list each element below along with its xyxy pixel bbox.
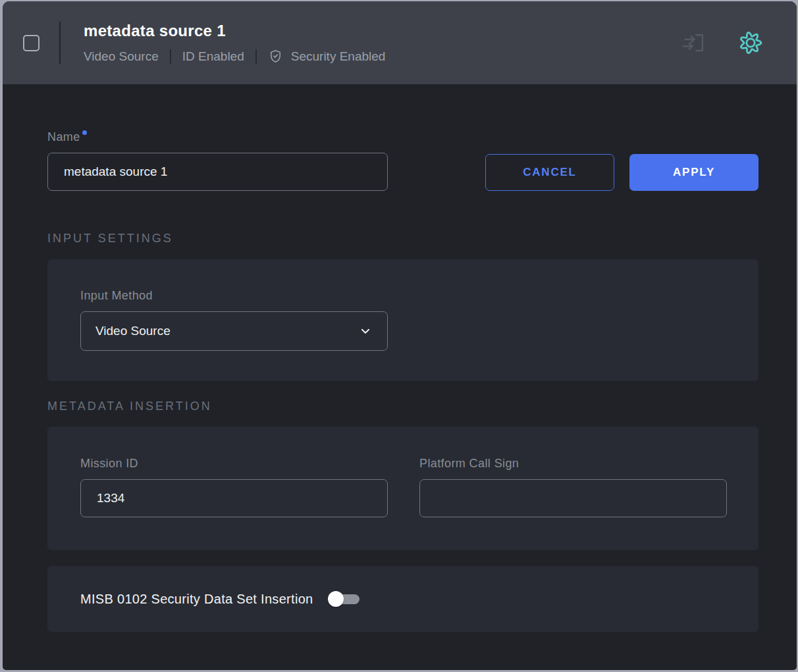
metadata-insertion-card: Mission ID Platform Call Sign	[47, 426, 758, 550]
name-input[interactable]	[47, 153, 388, 191]
metadata-source-panel: metadata source 1 Video Source ID Enable…	[3, 1, 797, 670]
badge-security-enabled: Security Enabled	[291, 49, 386, 64]
platform-call-sign-field: Platform Call Sign	[419, 457, 727, 550]
name-field-label-row: Name	[47, 130, 758, 144]
platform-call-sign-input[interactable]	[419, 479, 727, 517]
input-settings-heading: INPUT SETTINGS	[47, 232, 758, 246]
name-row: CANCEL APPLY	[47, 144, 758, 191]
badge-id-enabled: ID Enabled	[182, 49, 244, 64]
header-divider	[59, 22, 61, 64]
mission-id-label: Mission ID	[80, 457, 388, 471]
input-method-label: Input Method	[80, 289, 758, 303]
badge-separator	[170, 49, 171, 64]
badge-separator	[255, 49, 257, 64]
panel-body: Name CANCEL APPLY INPUT SETTINGS Input M…	[3, 84, 797, 632]
title-block: metadata source 1 Video Source ID Enable…	[84, 22, 385, 64]
select-checkbox[interactable]	[23, 35, 40, 51]
required-dot	[82, 130, 87, 135]
misb-toggle[interactable]	[328, 590, 359, 607]
name-label: Name	[47, 130, 80, 143]
input-settings-card: Input Method Video Source	[47, 259, 758, 381]
chevron-down-icon	[358, 324, 373, 338]
platform-call-sign-label: Platform Call Sign	[419, 457, 727, 471]
form-buttons: CANCEL APPLY	[485, 154, 758, 191]
cancel-button[interactable]: CANCEL	[485, 154, 614, 191]
misb-card: MISB 0102 Security Data Set Insertion	[47, 566, 758, 632]
panel-header: metadata source 1 Video Source ID Enable…	[3, 1, 797, 84]
apply-button[interactable]: APPLY	[629, 154, 758, 191]
input-method-value: Video Source	[95, 324, 171, 338]
gear-icon[interactable]	[737, 30, 764, 56]
page-title: metadata source 1	[84, 22, 385, 40]
mission-id-input[interactable]	[80, 479, 388, 517]
metadata-insertion-heading: METADATA INSERTION	[47, 400, 758, 413]
input-method-select[interactable]: Video Source	[80, 311, 388, 351]
shield-check-icon	[268, 49, 283, 64]
status-badges: Video Source ID Enabled Security Enabled	[84, 49, 385, 64]
mission-id-field: Mission ID	[80, 457, 388, 550]
badge-video-source: Video Source	[84, 49, 159, 64]
toggle-knob	[328, 591, 344, 607]
misb-toggle-label: MISB 0102 Security Data Set Insertion	[80, 592, 313, 607]
header-actions	[682, 30, 764, 56]
import-icon[interactable]	[682, 30, 707, 55]
